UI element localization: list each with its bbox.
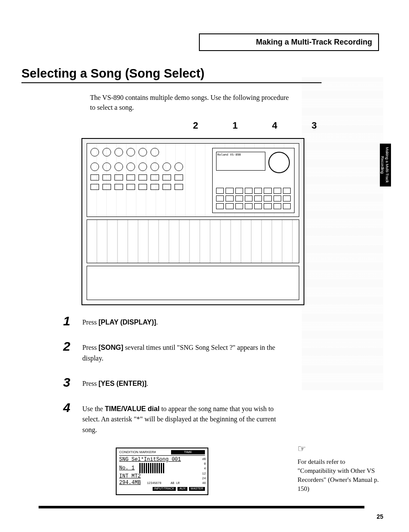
pointing-hand-icon: ☞ [298,442,383,456]
lcd-line-2: No. 1 [119,463,205,473]
lcd-screenshot: CONDITION MARKER# TIME SNG Sel*InitSong … [116,448,208,495]
knob-icon [138,162,147,171]
transport-button-icon [283,188,291,194]
transport-button-icon [235,203,243,209]
step-bold-text: [YES (ENTER)] [99,380,147,387]
lcd-line-4: 294.4MB 12345678 AB LR [119,480,205,486]
lcd-line-1: SNG Sel*InitSong 001 [119,457,205,463]
transport-button-icon [245,188,253,194]
lcd-footer-aux: AUX [177,487,187,491]
transport-button-icon [245,195,253,201]
button-icon [114,184,123,190]
transport-button-icon [235,195,243,201]
device-fader-panel [87,219,299,263]
transport-button-icon [235,188,243,194]
transport-button-icon [264,195,271,201]
transport-button-icon [274,203,281,209]
button-icon [138,174,147,180]
step-text: Press [82,380,99,387]
transport-button-icon [216,188,224,194]
knob-icon [90,162,99,171]
transport-button-icon [283,203,291,209]
button-icon [174,174,183,180]
button-icon [138,184,147,190]
lcd-header-left: CONDITION MARKER# [119,450,171,454]
button-icon [126,174,135,180]
knob-icon [114,162,123,171]
button-icon [162,184,171,190]
transport-button-icon [226,203,233,209]
step-body: Press [SONG] several times until "SNG So… [82,340,284,364]
step-text: Use the [82,405,105,412]
lcd-footer-inputtrack: INPUT/TRACK [153,487,176,491]
step-2: 2Press [SONG] several times until "SNG S… [21,340,388,364]
step-text: . [156,319,158,326]
transport-button-icon [264,188,271,194]
transport-button-icon [274,195,281,201]
button-icon [162,174,171,180]
step-body: Press [PLAY (DISPLAY)]. [82,315,284,328]
device-top-panel: Roland VS-890 [87,143,299,217]
callout-2: 2 [193,120,198,131]
jog-dial-icon [268,152,290,173]
device-lcd: Roland VS-890 [216,152,265,171]
callout-4: 4 [272,120,277,131]
bottom-rule [39,506,364,508]
step-1: 1Press [PLAY (DISPLAY)]. [21,315,388,328]
page-heading: Selecting a Song (Song Select) [21,66,388,81]
steps-list: 1Press [PLAY (DISPLAY)].2Press [SONG] se… [21,315,388,436]
device-illustration: Roland VS-890 [81,138,304,305]
step-number: 1 [60,315,70,328]
lcd-db-scale: dB 0 4 12 24 48 [202,457,206,486]
diagram-callouts-row: 2 1 4 3 [90,120,296,131]
knob-icon [90,148,99,156]
step-text: Press [82,319,99,326]
note-refer-to: ☞ For details refer to "Compatibility wi… [298,442,383,493]
knob-icon [138,148,147,156]
transport-button-icon [274,188,281,194]
button-icon [150,184,159,190]
transport-button-icon [254,188,262,194]
transport-button-icon [216,195,224,201]
lcd-meters-icon [139,463,165,473]
callout-1: 1 [232,120,238,131]
button-icon [174,184,183,190]
transport-button-icon [216,203,224,209]
device-blank-panel [87,266,299,300]
intro-paragraph: The VS-890 contains multiple demo songs.… [90,93,296,112]
knob-icon [126,148,135,156]
button-icon [126,184,135,190]
knob-icon [126,162,135,171]
transport-button-icon [283,195,291,201]
page-number: 25 [376,513,383,520]
button-icon [90,184,99,190]
transport-button-icon [226,195,233,201]
lcd-footer-master: MASTER [189,487,205,491]
step-3: 3Press [YES (ENTER)]. [21,376,388,389]
note-text: For details refer to "Compatibility with… [298,458,379,492]
knob-icon [174,162,183,171]
manual-page: Making a Multi-Track Recording Making a … [0,0,409,532]
step-body: Press [YES (ENTER)]. [82,376,284,389]
step-text: . [147,380,148,387]
transport-button-icon [264,203,271,209]
step-number: 2 [60,340,70,353]
button-icon [90,174,99,180]
knob-icon [102,148,111,156]
step-number: 4 [60,401,70,414]
side-tab: Making a Multi-Track Recording [380,144,391,186]
knob-icon [114,148,123,156]
step-bold-text: [SONG] [99,344,123,351]
knob-icon [162,162,171,171]
step-4: 4Use the TIME/VALUE dial to appear the s… [21,401,388,436]
transport-button-icon [254,195,262,201]
button-icon [150,174,159,180]
transport-button-icon [254,203,262,209]
step-bold-text: [PLAY (DISPLAY)] [99,319,156,326]
knob-icon [150,162,159,171]
button-icon [102,184,111,190]
button-icon [102,174,111,180]
lcd-line-3: INT MT2 [119,473,205,480]
callout-3: 3 [312,120,317,131]
knob-icon [150,148,159,156]
